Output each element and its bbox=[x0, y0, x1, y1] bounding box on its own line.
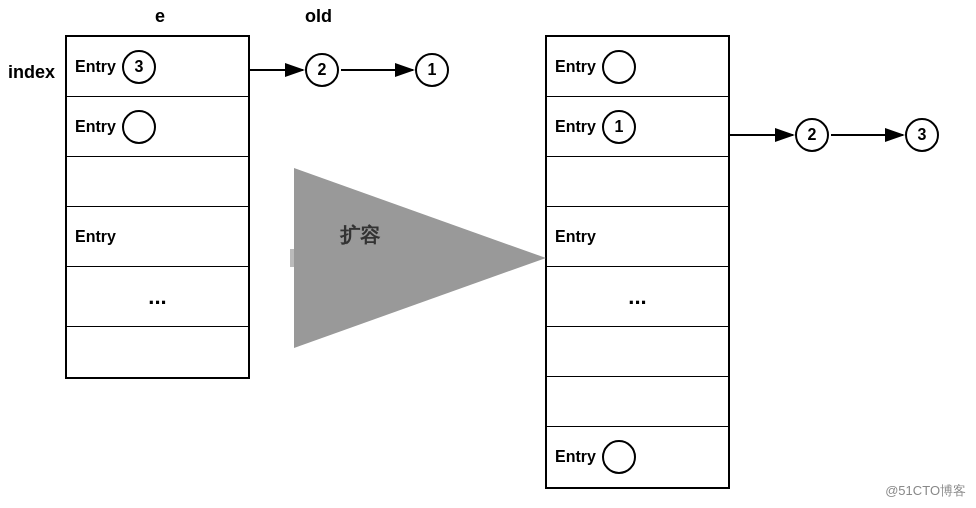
table-row: Entry bbox=[547, 427, 728, 487]
table-row: Entry bbox=[547, 37, 728, 97]
watermark: @51CTO博客 bbox=[885, 482, 966, 500]
table-row bbox=[547, 377, 728, 427]
circle-empty bbox=[602, 50, 636, 84]
label-e: e bbox=[155, 6, 165, 27]
table-row: Entry bbox=[547, 207, 728, 267]
entry-text: Entry bbox=[75, 58, 116, 76]
circle-empty bbox=[602, 440, 636, 474]
entry-text: Entry bbox=[555, 118, 596, 136]
table-row: ... bbox=[67, 267, 248, 327]
dots: ... bbox=[148, 284, 166, 310]
entry-text: Entry bbox=[75, 228, 116, 246]
label-index: index bbox=[8, 62, 55, 83]
label-expand: 扩容 bbox=[340, 222, 380, 249]
entry-text: Entry bbox=[555, 448, 596, 466]
dots: ... bbox=[628, 284, 646, 310]
floating-circle-2: 2 bbox=[305, 53, 339, 87]
diagram: e old index Entry 3 Entry Entry ... Entr… bbox=[0, 0, 976, 508]
floating-circle-new-3: 3 bbox=[905, 118, 939, 152]
table-row: Entry bbox=[67, 97, 248, 157]
entry-text: Entry bbox=[555, 58, 596, 76]
right-table: Entry Entry 1 Entry ... Entry bbox=[545, 35, 730, 489]
table-row bbox=[67, 157, 248, 207]
circle-1: 1 bbox=[602, 110, 636, 144]
circle-3: 3 bbox=[122, 50, 156, 84]
left-table: Entry 3 Entry Entry ... bbox=[65, 35, 250, 379]
entry-text: Entry bbox=[555, 228, 596, 246]
table-row: Entry bbox=[67, 207, 248, 267]
table-row bbox=[67, 327, 248, 377]
label-old: old bbox=[305, 6, 332, 27]
entry-text: Entry bbox=[75, 118, 116, 136]
circle-empty bbox=[122, 110, 156, 144]
floating-circle-1: 1 bbox=[415, 53, 449, 87]
table-row bbox=[547, 327, 728, 377]
table-row: ... bbox=[547, 267, 728, 327]
table-row: Entry 3 bbox=[67, 37, 248, 97]
table-row bbox=[547, 157, 728, 207]
table-row: Entry 1 bbox=[547, 97, 728, 157]
floating-circle-new-2: 2 bbox=[795, 118, 829, 152]
